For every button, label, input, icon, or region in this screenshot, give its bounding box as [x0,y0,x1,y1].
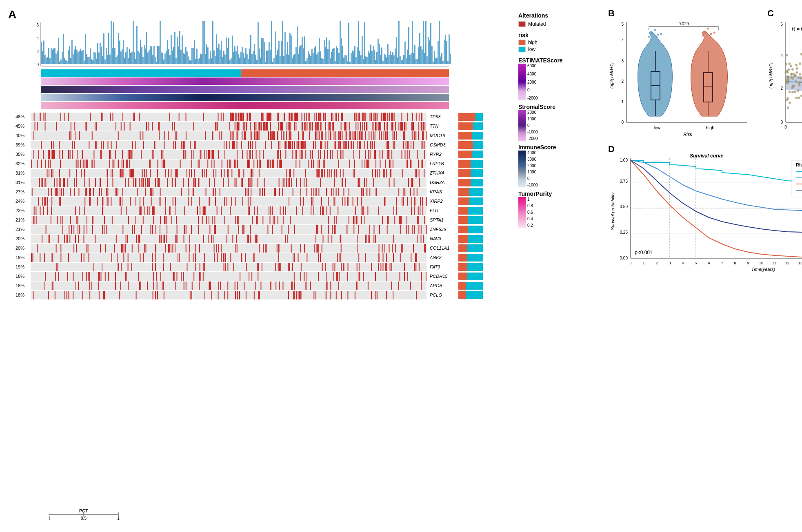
svg-rect-2197 [99,291,100,299]
svg-rect-983 [368,150,369,159]
svg-rect-2025 [203,263,204,271]
svg-point-2485 [797,89,800,92]
svg-rect-54 [100,43,101,64]
svg-text:40%: 40% [16,133,24,138]
svg-rect-1080 [83,160,84,168]
svg-rect-599 [329,122,330,131]
svg-rect-1094 [249,160,250,168]
svg-rect-1951 [293,253,293,262]
svg-rect-1958 [44,253,45,262]
svg-point-2256 [710,33,712,35]
svg-rect-485 [338,113,339,121]
svg-rect-751 [272,131,273,140]
svg-rect-453 [331,113,332,121]
svg-rect-2051 [98,272,99,281]
svg-rect-47 [91,59,92,64]
svg-point-2281 [787,106,789,109]
svg-rect-1743 [379,225,380,234]
svg-rect-1128 [48,160,49,168]
svg-rect-1810 [323,235,324,243]
svg-rect-395 [122,113,123,121]
svg-rect-489 [43,113,44,121]
svg-rect-1981 [152,263,153,271]
svg-rect-1132 [122,160,122,168]
svg-rect-1018 [72,150,73,159]
svg-rect-787 [361,131,362,140]
svg-rect-357 [41,69,241,77]
svg-rect-184 [259,49,260,64]
svg-rect-1914 [68,253,69,262]
svg-rect-2108 [310,282,311,290]
svg-rect-1174 [227,169,228,177]
svg-point-2409 [794,91,796,93]
svg-rect-916 [251,141,251,149]
svg-rect-1229 [259,169,260,177]
svg-rect-1493 [328,197,329,206]
svg-rect-2069 [153,272,154,281]
svg-rect-1927 [163,253,164,262]
svg-rect-1034 [402,150,402,159]
svg-rect-1736 [141,225,142,234]
svg-point-2364 [795,97,798,99]
svg-rect-1838 [314,244,315,253]
svg-rect-470 [320,113,321,121]
svg-rect-641 [278,122,279,131]
svg-rect-1134 [422,160,422,168]
svg-rect-1442 [213,188,214,196]
svg-rect-1976 [204,263,205,271]
svg-rect-670 [259,122,260,131]
svg-rect-1157 [129,160,130,168]
svg-rect-290 [389,55,390,64]
svg-rect-1164 [353,169,353,177]
svg-text:FLG: FLG [430,208,439,213]
svg-rect-1502 [422,197,423,206]
svg-point-2246 [654,29,656,31]
svg-text:4: 4 [36,36,39,41]
svg-point-2457 [791,91,794,93]
svg-text:RYR2: RYR2 [430,152,442,157]
svg-rect-203 [282,21,283,64]
svg-rect-1534 [42,197,43,206]
svg-rect-314 [418,47,419,64]
svg-rect-619 [404,122,405,131]
svg-rect-1721 [209,225,210,234]
svg-rect-503 [169,113,170,121]
svg-rect-707 [309,131,310,140]
svg-rect-1842 [199,244,200,253]
svg-rect-118 [178,47,179,64]
svg-rect-1831 [468,235,483,243]
svg-rect-210 [291,35,292,64]
svg-rect-403 [238,113,239,121]
svg-rect-1212 [324,169,325,177]
svg-rect-902 [95,141,96,149]
svg-rect-2144 [139,282,140,290]
svg-rect-1240 [191,169,192,177]
svg-rect-2189 [393,291,393,299]
svg-rect-136 [200,53,201,64]
svg-rect-266 [359,51,360,64]
svg-rect-1603 [414,206,415,215]
svg-rect-914 [359,141,360,149]
svg-rect-1701 [358,225,359,234]
svg-rect-1168 [343,169,344,177]
svg-rect-570 [344,122,345,131]
svg-rect-1091 [389,160,390,168]
svg-rect-2024 [292,263,293,271]
svg-rect-633 [413,122,414,131]
svg-rect-673 [458,122,473,130]
svg-rect-1490 [303,197,304,206]
svg-rect-1994 [341,263,342,271]
svg-rect-1679 [160,216,161,224]
svg-rect-256 [347,61,348,64]
svg-rect-1786 [393,235,394,243]
svg-rect-1912 [155,253,156,262]
svg-rect-1108 [230,160,231,168]
svg-rect-1549 [165,206,166,215]
svg-rect-1047 [382,150,383,159]
svg-rect-507 [422,113,422,121]
svg-rect-265 [358,21,359,64]
svg-rect-504 [294,113,295,121]
svg-rect-2136 [255,282,255,290]
svg-rect-2183 [82,291,83,299]
svg-rect-1998 [415,263,416,271]
